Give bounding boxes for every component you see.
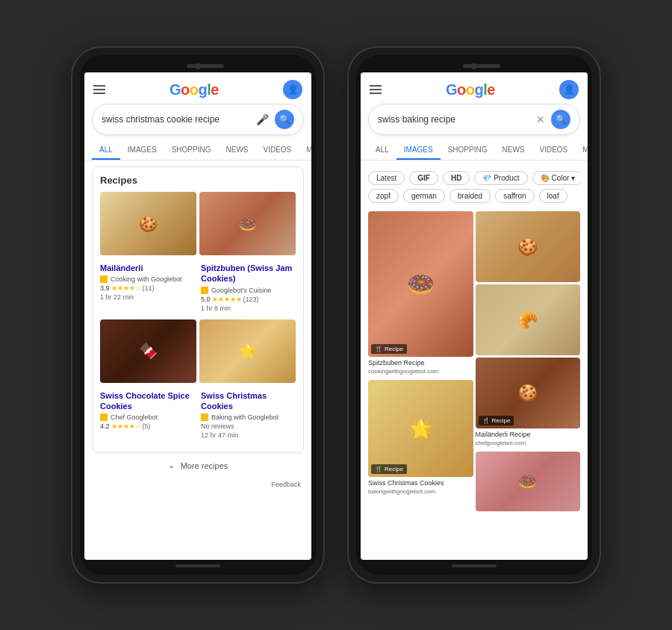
left-recipe-title-2: Spitzbuben (Swiss Jam Cookies)	[201, 263, 296, 284]
right-phone-top-bar	[361, 61, 588, 72]
right-tab-all[interactable]: ALL	[368, 141, 396, 160]
left-recipe-img-xmas: ⭐	[199, 319, 296, 383]
right-badge-text-1: Recipe	[385, 346, 403, 352]
right-img-cookie-1[interactable]: 🍪	[476, 211, 581, 282]
left-recipe-meta-1: Cooking with Googlebot	[100, 275, 195, 283]
left-recipe-time-2: 1 hr 8 min	[201, 305, 296, 312]
left-stars-1: ★★★★☆	[111, 284, 141, 292]
left-more-recipes[interactable]: ⌄ More recipes	[92, 453, 304, 478]
left-rating-num-2: 5.0	[201, 296, 211, 303]
left-recipe-rating-2: 5.0 ★★★★★ (123)	[201, 296, 296, 303]
left-user-icon[interactable]: 👤	[283, 80, 302, 99]
left-tab-videos[interactable]: VIDEOS	[256, 141, 299, 160]
left-recipe-title-4: Swiss Christmas Cookies	[201, 390, 296, 412]
left-google-header: Google 👤	[84, 72, 311, 104]
left-menu-icon[interactable]	[93, 85, 105, 94]
right-filter-loaf[interactable]: loaf	[539, 189, 567, 203]
right-nav-tabs: ALL IMAGES SHOPPING NEWS VIDEOS MAP	[361, 141, 588, 160]
right-speaker	[463, 64, 500, 68]
right-clear-icon[interactable]: ✕	[536, 113, 545, 125]
left-recipe-source-icon-2	[201, 287, 208, 294]
right-img-jam[interactable]: 🍩	[476, 452, 581, 511]
left-recipe-card-xmas[interactable]: Swiss Christmas Cookies Baking with Goog…	[201, 387, 296, 440]
left-no-reviews: No reviews	[201, 422, 296, 430]
left-recipe-title-3: Swiss Chocolate Spice Cookies	[100, 390, 195, 412]
right-menu-icon[interactable]	[370, 85, 382, 94]
right-bottom-bar	[452, 564, 497, 567]
left-search-bar[interactable]: swiss christmas cookie recipe 🎤 🔍	[92, 104, 304, 135]
right-source-xmas: bakingwithgooglebot.com	[368, 488, 473, 495]
left-recipe-time-1: 1 hr 22 min	[100, 293, 195, 301]
left-recipe-source-1: Cooking with Googlebot	[111, 275, 182, 283]
right-search-bar[interactable]: swiss baking recipe ✕ 🔍	[368, 104, 580, 135]
right-recipe-badge-3: 🍴 Recipe	[371, 464, 407, 474]
right-image-filters: Latest GIF HD 💎 Product 🎨 Color ▾ Labele…	[368, 166, 580, 211]
right-img-xmas[interactable]: 🌟 🍴 Recipe	[368, 380, 473, 477]
right-user-icon[interactable]: 👤	[559, 80, 579, 99]
right-filter-latest[interactable]: Latest	[368, 171, 405, 185]
right-filter-color[interactable]: 🎨 Color ▾	[532, 171, 580, 185]
right-badge-text-3: Recipe	[385, 466, 403, 472]
right-caption-spitzbuben: Spitzbuben Recipe	[368, 359, 473, 367]
right-filter-hd[interactable]: HD	[443, 171, 470, 185]
left-tab-news[interactable]: NEWS	[219, 141, 256, 160]
left-recipe-card-mailanderli[interactable]: Mailänderli Cooking with Googlebot 3.9 ★…	[100, 260, 195, 312]
left-bottom-bar	[175, 564, 220, 567]
right-filter-product[interactable]: 💎 Product	[474, 171, 527, 185]
left-tab-all[interactable]: ALL	[92, 141, 120, 160]
right-col-right: 🍪 🥐 🍪 🍴 Recipe	[476, 211, 581, 511]
left-recipe-img-choc: 🍫	[100, 319, 196, 383]
right-tab-map[interactable]: MAP	[575, 141, 588, 160]
left-recipe-card-choc[interactable]: Swiss Chocolate Spice Cookies Chef Googl…	[100, 387, 195, 440]
right-source-mailander: chefgooglebot.com	[476, 440, 581, 446]
left-tab-images[interactable]: IMAGES	[120, 141, 164, 160]
right-images-section: 🍩 🍴 Recipe Spitzbuben Recipe cookingwith…	[368, 211, 580, 511]
left-phone-top-bar	[84, 61, 311, 72]
right-img-mailander[interactable]: 🍪 🍴 Recipe	[476, 358, 581, 428]
left-recipe-card-spitzbuben[interactable]: Spitzbuben (Swiss Jam Cookies) Googlebot…	[201, 260, 296, 312]
left-recipe-rating-1: 3.9 ★★★★☆ (11)	[100, 284, 195, 292]
left-rating-num-3: 4.2	[100, 422, 110, 430]
left-recipe-source-icon-1	[100, 275, 108, 283]
left-stars-2: ★★★★★	[212, 296, 242, 303]
left-feedback[interactable]: Feedback	[92, 478, 304, 491]
left-screen: Google 👤 swiss christmas cookie recipe 🎤…	[84, 72, 311, 560]
left-tab-map[interactable]: MAP	[299, 141, 311, 160]
right-filter-german[interactable]: german	[403, 189, 445, 203]
right-spitzbuben-caption: Spitzbuben Recipe cookingwithgooglebot.c…	[368, 359, 473, 375]
right-filter-zopf[interactable]: zopf	[368, 189, 399, 203]
right-img-cookie-2[interactable]: 🥐	[476, 284, 581, 355]
right-search-button[interactable]: 🔍	[551, 110, 570, 129]
right-fork-icon-3: 🍴	[375, 466, 382, 472]
left-search-button[interactable]: 🔍	[275, 110, 294, 129]
left-recipe-title-1: Mailänderli	[100, 263, 195, 273]
right-img-spitzbuben[interactable]: 🍩 🍴 Recipe	[368, 211, 473, 357]
right-filter-saffron[interactable]: saffron	[495, 189, 534, 203]
right-filter-braided[interactable]: braided	[449, 189, 491, 203]
left-recipe-source-3: Chef Googlebot	[111, 414, 158, 421]
right-filter-gif[interactable]: GIF	[409, 171, 438, 185]
right-screen: Google 👤 swiss baking recipe ✕ 🔍 ALL IMA…	[361, 72, 588, 560]
left-recipe-meta-2: Googlebot's Cuisine	[201, 287, 296, 294]
left-recipe-meta-3: Chef Googlebot	[100, 414, 195, 421]
left-recipe-images-row: 🍪 🍩	[100, 192, 296, 255]
right-tab-videos[interactable]: VIDEOS	[532, 141, 576, 160]
left-recipe-rating-3: 4.2 ★★★★☆ (5)	[100, 422, 195, 430]
right-google-logo: Google	[446, 81, 495, 99]
left-search-text: swiss christmas cookie recipe	[102, 114, 250, 125]
right-source-spitzbuben: cookingwithgooglebot.com	[368, 368, 473, 375]
right-phone: Google 👤 swiss baking recipe ✕ 🔍 ALL IMA…	[347, 46, 601, 584]
right-search-text: swiss baking recipe	[378, 114, 530, 125]
right-fork-icon-2: 🍴	[482, 417, 490, 424]
left-camera	[195, 63, 201, 69]
left-mic-icon[interactable]: 🎤	[256, 113, 269, 125]
right-tab-images[interactable]: IMAGES	[396, 141, 441, 160]
left-recipe-img-mailanderli: 🍪	[100, 192, 196, 255]
right-tab-news[interactable]: NEWS	[495, 141, 532, 160]
right-badge-text-2: Recipe	[492, 417, 511, 424]
right-google-header: Google 👤	[361, 72, 588, 104]
left-stars-3: ★★★★☆	[111, 422, 141, 430]
right-fork-icon-1: 🍴	[375, 346, 382, 352]
left-tab-shopping[interactable]: SHOPPING	[164, 141, 219, 160]
right-tab-shopping[interactable]: SHOPPING	[441, 141, 495, 160]
